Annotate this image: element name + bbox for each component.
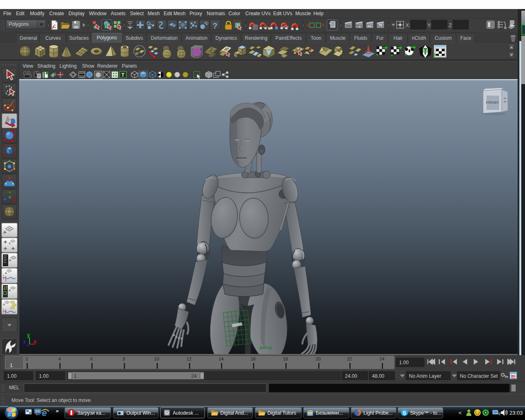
svg-text:X:: X: <box>406 23 410 28</box>
svg-text:»: » <box>56 408 59 414</box>
svg-text:22: 22 <box>347 356 352 361</box>
svg-text:Z:: Z: <box>449 23 453 28</box>
svg-text:1: 1 <box>10 363 13 368</box>
svg-text:Y:: Y: <box>427 23 432 28</box>
svg-text:Загрузи ка...: Загрузи ка... <box>77 410 105 416</box>
svg-text:?: ? <box>212 21 217 30</box>
svg-text:<: < <box>459 410 462 416</box>
svg-text:y: y <box>27 332 30 338</box>
svg-text:8: 8 <box>123 356 125 361</box>
svg-text:2: 2 <box>25 356 28 361</box>
svg-text:20: 20 <box>316 356 321 361</box>
svg-text:12: 12 <box>187 356 192 361</box>
svg-text:No Anim Layer: No Anim Layer <box>409 373 441 379</box>
svg-text:Light Probe...: Light Probe... <box>363 410 393 416</box>
svg-text:x: x <box>34 339 37 345</box>
svg-text:No Character Set: No Character Set <box>460 373 498 379</box>
svg-text:T: T <box>121 72 125 78</box>
svg-text:Digital And...: Digital And... <box>220 410 248 416</box>
svg-text:14: 14 <box>219 356 224 361</box>
svg-text:4: 4 <box>58 356 61 361</box>
svg-text:18: 18 <box>283 356 288 361</box>
svg-text:24.00: 24.00 <box>345 373 357 379</box>
svg-text:Digital Tutors: Digital Tutors <box>267 410 296 416</box>
svg-text:Output Win...: Output Win... <box>126 410 155 416</box>
svg-text:S: S <box>403 410 406 416</box>
svg-text:Безымянн...: Безымянн... <box>316 410 343 416</box>
svg-text:Skype™ - to...: Skype™ - to... <box>410 410 441 416</box>
svg-text:6: 6 <box>90 356 93 361</box>
svg-text:z: z <box>23 339 26 345</box>
svg-text:Autodesk ...: Autodesk ... <box>173 410 199 416</box>
svg-text:23:03: 23:03 <box>509 410 523 416</box>
svg-text:1: 1 <box>74 373 77 379</box>
svg-text:48.00: 48.00 <box>372 373 384 379</box>
svg-text:10: 10 <box>154 356 159 361</box>
svg-text:FRONT: FRONT <box>486 100 499 105</box>
svg-text:IPR: IPR <box>368 25 372 27</box>
svg-text:1.00: 1.00 <box>7 373 17 379</box>
svg-text:persp: persp <box>260 345 272 350</box>
svg-text:1.00: 1.00 <box>399 360 409 365</box>
svg-text:24: 24 <box>191 373 197 379</box>
svg-text:24: 24 <box>379 356 384 361</box>
svg-text:1.00: 1.00 <box>39 373 49 379</box>
svg-text:16: 16 <box>251 356 256 361</box>
